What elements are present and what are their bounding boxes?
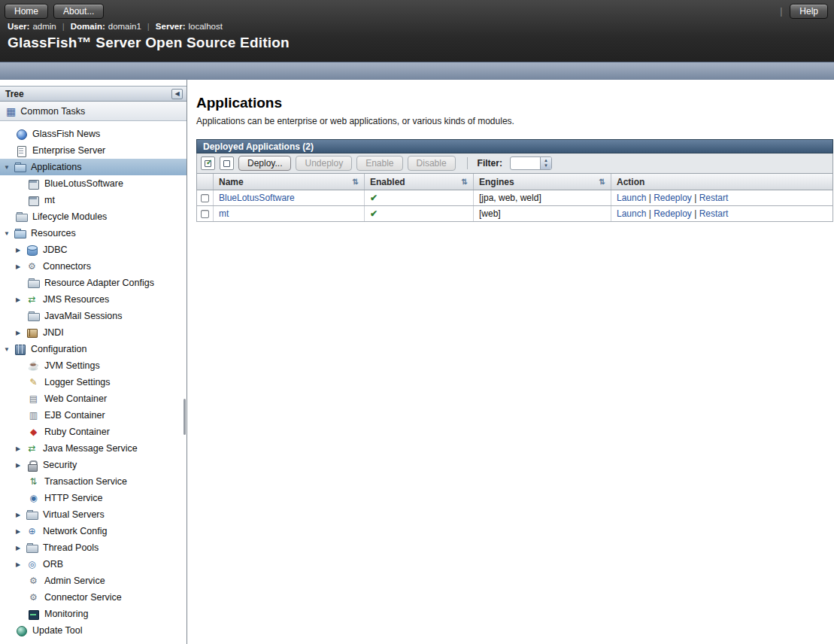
deselect-all-button[interactable] bbox=[220, 156, 234, 170]
tree-item-jms-resources[interactable]: ▶⇄JMS Resources bbox=[0, 291, 187, 308]
tree-item-javamail-sessions[interactable]: JavaMail Sessions bbox=[0, 308, 187, 324]
tree-item-jndi[interactable]: ▶JNDI bbox=[0, 324, 187, 341]
column-header-select bbox=[197, 174, 213, 190]
tree-item-connectors[interactable]: ▶⚙Connectors bbox=[0, 258, 187, 275]
collapsed-arrow-icon[interactable]: ▶ bbox=[16, 512, 26, 518]
launch-link[interactable]: Launch bbox=[617, 193, 646, 203]
help-button[interactable]: Help bbox=[790, 4, 828, 19]
sidebar-scrollbar[interactable] bbox=[183, 399, 186, 435]
tree-item-virtual-servers[interactable]: ▶Virtual Servers bbox=[0, 506, 187, 523]
apps-table-header-row: Name⇅Enabled⇅Engines⇅Action bbox=[196, 174, 833, 190]
tree-item-enterprise-server[interactable]: Enterprise Server bbox=[0, 142, 187, 159]
app-name-link[interactable]: mt bbox=[219, 208, 229, 219]
tree-item-jdbc[interactable]: ▶JDBC bbox=[0, 242, 187, 258]
deploy-button[interactable]: Deploy... bbox=[238, 156, 291, 171]
tree-item-jvm-settings[interactable]: ☕JVM Settings bbox=[0, 357, 187, 374]
collapsed-arrow-icon[interactable]: ▶ bbox=[16, 462, 26, 469]
restart-link[interactable]: Restart bbox=[699, 193, 729, 203]
user-value: admin bbox=[32, 22, 56, 31]
dropdown-stepper-icon: ▲▼ bbox=[540, 157, 551, 169]
tree-item-lifecycle-modules[interactable]: Lifecycle Modules bbox=[0, 208, 187, 225]
tree-item-web-container[interactable]: ▤Web Container bbox=[0, 390, 187, 407]
tree-item-bluelotussoftware[interactable]: BlueLotusSoftware bbox=[0, 175, 187, 192]
deselect-all-icon bbox=[223, 160, 230, 167]
home-button[interactable]: Home bbox=[5, 4, 48, 19]
page-description: Applications can be enterprise or web ap… bbox=[196, 116, 833, 126]
launch-link[interactable]: Launch bbox=[617, 208, 646, 219]
tree-item-label: Enterprise Server bbox=[32, 145, 105, 156]
tree-item-ruby-container[interactable]: ◆Ruby Container bbox=[0, 424, 187, 440]
tree-item-mt[interactable]: mt bbox=[0, 192, 187, 208]
tree-item-label: JDBC bbox=[43, 245, 68, 255]
tree-item-update-tool[interactable]: Update Tool bbox=[0, 622, 187, 639]
applications-folder-icon bbox=[14, 163, 26, 172]
tree-item-resource-adapter-configs[interactable]: Resource Adapter Configs bbox=[0, 275, 187, 291]
application-icon bbox=[28, 179, 39, 189]
expanded-arrow-icon[interactable]: ▼ bbox=[4, 230, 14, 237]
folder-icon bbox=[26, 510, 38, 520]
tree-item-admin-service[interactable]: ⚙Admin Service bbox=[0, 573, 187, 589]
tree-item-connector-service[interactable]: ⚙Connector Service bbox=[0, 589, 187, 606]
sidebar-collapse-button[interactable]: ◀ bbox=[171, 89, 183, 99]
redeploy-link[interactable]: Redeploy bbox=[654, 193, 692, 203]
header-right: | Help bbox=[780, 4, 828, 19]
tree-item-label: Resource Adapter Configs bbox=[44, 278, 154, 288]
tree-item-glassfish-news[interactable]: GlassFish News bbox=[0, 126, 187, 142]
header-button-row: Home About... | Help bbox=[0, 0, 834, 20]
collapsed-arrow-icon[interactable]: ▶ bbox=[16, 445, 26, 452]
tree-item-thread-pools[interactable]: ▶Thread Pools bbox=[0, 539, 187, 556]
collapsed-arrow-icon[interactable]: ▶ bbox=[16, 263, 26, 270]
action-cell: Launch | Redeploy | Restart bbox=[611, 206, 832, 221]
enable-button[interactable]: Enable bbox=[356, 156, 402, 171]
about-button[interactable]: About... bbox=[53, 4, 104, 19]
redeploy-link[interactable]: Redeploy bbox=[654, 208, 692, 219]
tree-item-monitoring[interactable]: Monitoring bbox=[0, 606, 187, 622]
restart-link[interactable]: Restart bbox=[699, 208, 729, 219]
collapsed-arrow-icon[interactable]: ▶ bbox=[16, 561, 26, 568]
row-checkbox[interactable] bbox=[201, 194, 209, 202]
sort-icon[interactable]: ⇅ bbox=[462, 178, 468, 186]
monitoring-icon bbox=[28, 609, 39, 619]
tree-item-network-config[interactable]: ▶⊕Network Config bbox=[0, 523, 187, 539]
tree-item-logger-settings[interactable]: ✎Logger Settings bbox=[0, 374, 187, 390]
configuration-icon bbox=[14, 345, 26, 354]
tree-item-resources[interactable]: ▼Resources bbox=[0, 225, 187, 242]
tree-item-transaction-service[interactable]: ⇅Transaction Service bbox=[0, 473, 187, 490]
column-header-engines[interactable]: Engines⇅ bbox=[473, 174, 611, 190]
tree-item-ejb-container[interactable]: ▥EJB Container bbox=[0, 407, 187, 424]
undeploy-button[interactable]: Undeploy bbox=[296, 156, 352, 171]
filter-dropdown[interactable]: ▲▼ bbox=[510, 156, 552, 170]
sidebar-item-common-tasks[interactable]: ▦ Common Tasks bbox=[0, 102, 187, 121]
collapsed-arrow-icon[interactable]: ▶ bbox=[16, 545, 26, 551]
tree-item-label: EJB Container bbox=[44, 410, 105, 421]
column-header-name[interactable]: Name⇅ bbox=[213, 174, 364, 190]
collapsed-arrow-icon[interactable]: ▶ bbox=[16, 296, 26, 303]
table-row: mt✔[web]Launch | Redeploy | Restart bbox=[196, 206, 833, 222]
column-header-enabled[interactable]: Enabled⇅ bbox=[364, 174, 473, 190]
tree-item-http-service[interactable]: ◉HTTP Service bbox=[0, 490, 187, 506]
application-icon bbox=[28, 196, 39, 205]
collapsed-arrow-icon[interactable]: ▶ bbox=[16, 330, 26, 336]
tree-item-security[interactable]: ▶Security bbox=[0, 457, 187, 473]
session-info-row: User: admin | Domain: domain1 | Server: … bbox=[0, 20, 834, 32]
sort-icon[interactable]: ⇅ bbox=[353, 178, 359, 186]
expanded-arrow-icon[interactable]: ▼ bbox=[4, 164, 14, 171]
action-cell: Launch | Redeploy | Restart bbox=[611, 190, 832, 205]
tree-item-java-message-service[interactable]: ▶⇄Java Message Service bbox=[0, 440, 187, 457]
folder-icon bbox=[28, 311, 39, 321]
tree-item-configuration[interactable]: ▼Configuration bbox=[0, 341, 187, 357]
sort-icon[interactable]: ⇅ bbox=[599, 178, 605, 186]
select-all-button[interactable] bbox=[201, 156, 215, 170]
tree-item-applications[interactable]: ▼Applications bbox=[0, 159, 187, 175]
tree-item-label: Update Tool bbox=[32, 625, 83, 636]
column-label: Action bbox=[617, 177, 644, 187]
http-icon: ◉ bbox=[28, 494, 39, 503]
logger-icon: ✎ bbox=[28, 378, 39, 387]
disable-button[interactable]: Disable bbox=[408, 156, 456, 171]
app-name-link[interactable]: BlueLotusSoftware bbox=[219, 193, 295, 203]
expanded-arrow-icon[interactable]: ▼ bbox=[4, 346, 14, 353]
collapsed-arrow-icon[interactable]: ▶ bbox=[16, 528, 26, 535]
tree-item-orb[interactable]: ▶◎ORB bbox=[0, 556, 187, 573]
collapsed-arrow-icon[interactable]: ▶ bbox=[16, 247, 26, 254]
row-checkbox[interactable] bbox=[201, 210, 209, 218]
